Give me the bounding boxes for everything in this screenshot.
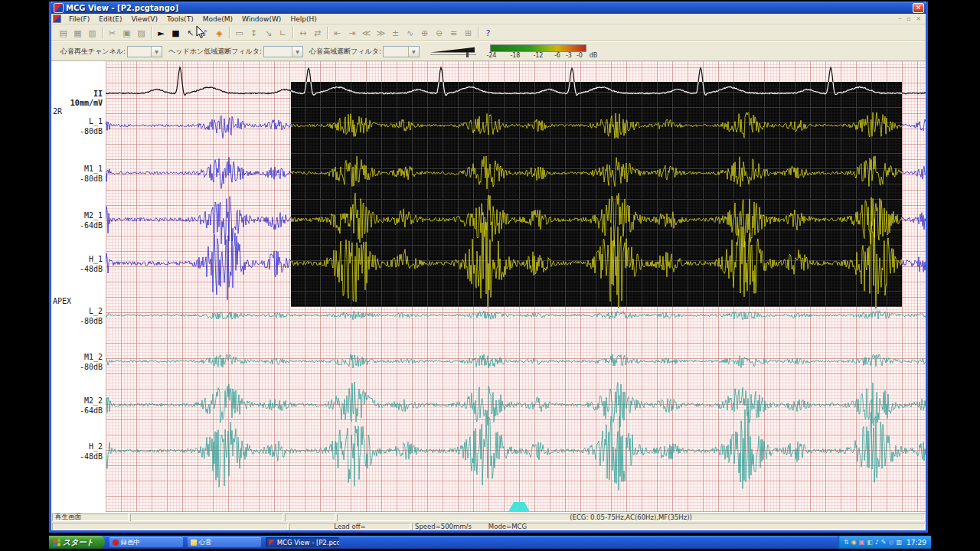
zoom-out-button[interactable]: ⊖	[432, 26, 446, 40]
prev-page-button[interactable]: ≪	[359, 26, 374, 40]
menu-bar: File(F) Edit(E) View(V) Tools(T) Mode(M)…	[51, 14, 926, 24]
zoom-tool-button[interactable]: ▭	[232, 26, 247, 40]
main-toolbar: ▤▦▥✂▣▨►■↖♪◈▭↕↘∟↔⇄⇤⇥≪≫±∿⊕⊖≡⊞?	[51, 24, 926, 42]
chart-area[interactable]	[106, 61, 926, 512]
channel-db-M2_1: -64dB	[80, 221, 103, 230]
taskbar-task-recording[interactable]: 録画中	[109, 537, 183, 547]
db-tick-label: -0	[577, 52, 583, 59]
channel-label-L_2: L_2	[89, 307, 103, 315]
play-button[interactable]: ►	[154, 26, 168, 40]
taskbar-task-mcgview[interactable]: MCG View - [P2.pcda...	[266, 537, 339, 547]
lead-off-status: Lead off=	[289, 523, 410, 530]
zoom-in-button[interactable]: ⊕	[417, 26, 432, 40]
annotate-button[interactable]: ↘	[261, 26, 276, 40]
next-page-button[interactable]: ≫	[374, 26, 388, 40]
ecg-lead-label: II	[93, 90, 103, 98]
sound-controls-toolbar: 心音再生チャンネル: ▼ ヘッドホン低域遮断フィルタ: ▼ 心音高域遮断フィルタ…	[51, 42, 926, 61]
channel-label-M1_2: M1_2	[84, 353, 103, 361]
status-bar: Lead off= Speed=500mm/s Mode=MCG	[51, 521, 926, 530]
tray-antivirus-icon[interactable]: ▣	[859, 540, 865, 546]
cut-button[interactable]: ✂	[105, 26, 119, 40]
menu-window[interactable]: Window(W)	[237, 15, 286, 23]
db-tick-label: -6	[554, 52, 560, 59]
db-tick-label: -12	[533, 52, 543, 59]
menu-edit[interactable]: Edit(E)	[94, 15, 126, 23]
tray-task-icon[interactable]: ▥	[897, 540, 903, 546]
chevron-down-icon: ▼	[292, 47, 302, 57]
taskbar-task-folder[interactable]: 心音	[188, 537, 261, 547]
paste-button[interactable]: ▨	[134, 26, 149, 40]
speed-status: Speed=500mm/s	[415, 523, 472, 530]
window-title: MCG View - [P2.pcgtango]	[66, 4, 178, 12]
help-button[interactable]: ?	[481, 26, 495, 40]
channel-label-M2_1: M2_1	[84, 211, 103, 220]
menu-help[interactable]: Help(H)	[286, 15, 321, 23]
open-button[interactable]: ▤	[56, 26, 70, 40]
waveform-panel: II10mm/mV2RAPEXL_1-80dBM1_1-80dBM2_1-64d…	[51, 61, 926, 512]
chevron-down-icon: ▼	[408, 47, 419, 57]
menu-view[interactable]: View(V)	[126, 15, 162, 23]
ecg-gain-label: 10mm/mV	[70, 99, 103, 107]
print-button[interactable]: ▥	[85, 26, 100, 40]
stop-button[interactable]: ■	[168, 26, 183, 40]
status-row-top: 再生画面 (ECG: 0.05-75Hz,AC(60Hz),MF(35Hz))	[51, 512, 926, 521]
toolbar-separator	[229, 27, 230, 39]
tray-network-icon[interactable]: ⇅	[844, 540, 849, 546]
measure-button[interactable]: ∟	[276, 26, 290, 40]
play-channel-select[interactable]: ▼	[127, 46, 162, 57]
headphone-filter-label: ヘッドホン低域遮断フィルタ:	[168, 47, 262, 57]
app-window: MCG View - [P2.pcgtango] ✕ File(F) Edit(…	[49, 2, 928, 533]
db-gradient-bar	[490, 44, 586, 52]
volume-slider[interactable]	[430, 45, 478, 57]
system-tray: ⇅◉▣◧♪✎◍▥ 17:29	[838, 536, 931, 549]
title-bar[interactable]: MCG View - [P2.pcgtango] ✕	[51, 2, 926, 14]
menu-file[interactable]: File(F)	[64, 15, 94, 23]
mdi-child-icon	[53, 15, 61, 23]
export-button[interactable]: ⊞	[461, 26, 475, 40]
gain-up-button[interactable]: ±	[388, 26, 403, 40]
tray-update-icon[interactable]: ◉	[851, 540, 857, 546]
copy-button[interactable]: ▣	[119, 26, 134, 40]
tray-messenger-icon[interactable]: ◍	[889, 540, 894, 546]
toolbar-separator	[292, 27, 293, 39]
save-button[interactable]: ▦	[70, 26, 85, 40]
channel-label-M1_1: M1_1	[84, 165, 103, 173]
highcut-filter-select[interactable]: ▼	[383, 46, 420, 57]
channel-label-L_1: L_1	[89, 117, 103, 126]
channel-db-L_2: -80dB	[80, 317, 103, 325]
channel-label-H_1: H_1	[89, 255, 103, 263]
db-tick-label: -18	[510, 52, 520, 59]
filter-button[interactable]: ∿	[403, 26, 417, 40]
db-tick-label: dB	[590, 52, 598, 59]
folder-icon	[191, 540, 197, 546]
mdi-window-buttons[interactable]: ‒ ▫ ✕	[898, 15, 926, 22]
menu-mode[interactable]: Mode(M)	[198, 15, 237, 23]
tray-display-icon[interactable]: ◧	[867, 540, 873, 546]
volume-slider-handle[interactable]	[466, 52, 469, 57]
go-end-button[interactable]: ⇥	[345, 26, 359, 40]
tray-volume-icon[interactable]: ♪	[875, 540, 879, 546]
channel-label-M2_2: M2_2	[84, 396, 103, 405]
marker-tool-button[interactable]: ◈	[212, 26, 227, 40]
site-label-2r: 2R	[53, 107, 62, 116]
vertical-scale-button[interactable]: ↕	[247, 26, 261, 40]
go-start-button[interactable]: ⇤	[330, 26, 345, 40]
close-button[interactable]: ✕	[913, 3, 924, 13]
taskbar: スタート 録画中 心音 MCG View - [P2.pcda... ⇅◉▣◧♪…	[49, 536, 931, 549]
video-frame: MCG View - [P2.pcgtango] ✕ File(F) Edit(…	[0, 0, 980, 551]
headphone-filter-select[interactable]: ▼	[263, 46, 303, 57]
menu-tools[interactable]: Tools(T)	[162, 15, 198, 23]
tray-pen-icon[interactable]: ✎	[881, 540, 887, 546]
start-button[interactable]: スタート	[49, 536, 105, 549]
selection-rectangle[interactable]	[291, 82, 902, 307]
grid-button[interactable]: ≡	[446, 26, 461, 40]
playback-position-marker[interactable]	[507, 502, 531, 512]
swap-button[interactable]: ⇄	[310, 26, 325, 40]
db-tick-label: -24	[486, 52, 496, 59]
channel-db-M2_2: -64dB	[80, 406, 103, 415]
db-tick-label: -3	[566, 52, 572, 59]
app-icon	[54, 3, 64, 13]
pan-button[interactable]: ↔	[296, 26, 310, 40]
playback-screen-label: 再生画面	[52, 514, 129, 521]
play-channel-label: 心音再生チャンネル:	[60, 47, 126, 57]
